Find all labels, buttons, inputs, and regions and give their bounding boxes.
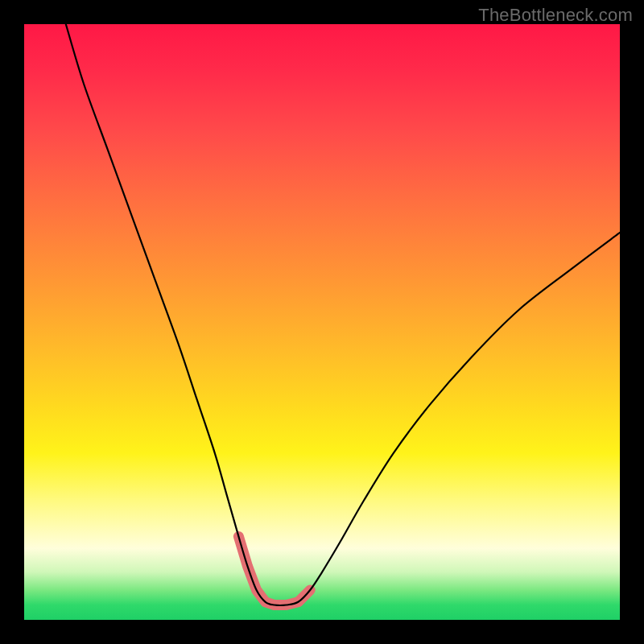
bottleneck-chart <box>24 24 620 620</box>
watermark-text: TheBottleneck.com <box>478 5 633 26</box>
bottleneck-curve-path <box>66 24 620 605</box>
chart-svg <box>24 24 620 620</box>
